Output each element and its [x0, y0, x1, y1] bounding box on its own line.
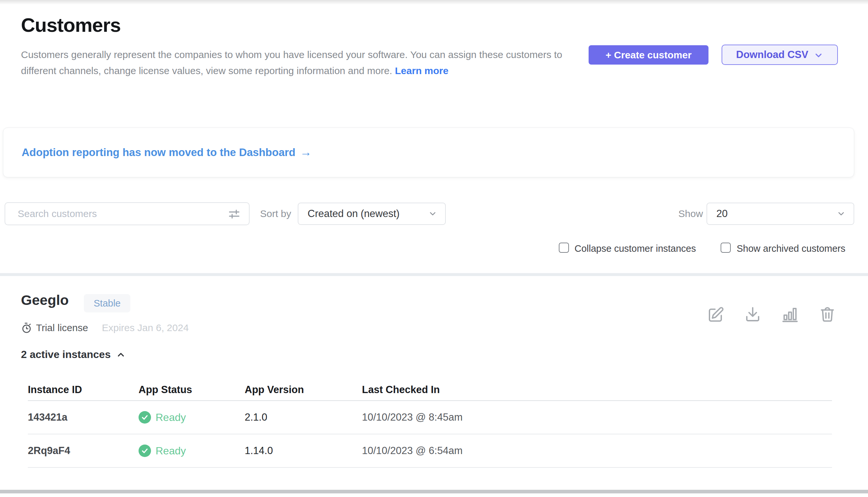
instance-id-cell: 143421a: [28, 411, 138, 423]
sort-select-value: Created on (newest): [308, 208, 400, 219]
last-checked-in-cell: 10/10/2023 @ 6:54am: [362, 445, 832, 457]
stopwatch-icon: [21, 322, 32, 333]
channel-badge: Stable: [84, 294, 130, 312]
table-row: 143421a Ready 2.1.0 10/10/2023 @ 8:45am: [28, 401, 832, 435]
instance-id-cell: 2Rq9aF4: [28, 445, 138, 457]
status-text: Ready: [156, 445, 186, 457]
adoption-banner: Adoption reporting has now moved to the …: [3, 128, 854, 178]
license-type: Trial license: [36, 322, 88, 333]
learn-more-link[interactable]: Learn more: [395, 65, 448, 76]
page-title: Customers: [21, 14, 120, 37]
checkbox-row: Collapse customer instances Show archive…: [0, 243, 868, 254]
show-archived-label: Show archived customers: [737, 243, 845, 254]
license-expires: Expires Jan 6, 2024: [102, 322, 189, 333]
chevron-down-icon: [837, 209, 846, 218]
show-count-select[interactable]: 20: [707, 203, 854, 225]
header-instance-id: Instance ID: [28, 384, 138, 396]
app-status-cell: Ready: [138, 411, 245, 424]
license-row: Trial license Expires Jan 6, 2024: [21, 322, 189, 333]
app-version-cell: 2.1.0: [245, 411, 362, 423]
instances-table: Instance ID App Status App Version Last …: [28, 379, 832, 468]
arrow-right-icon: →: [300, 145, 312, 159]
show-count-value: 20: [716, 208, 727, 219]
chevron-down-icon: [428, 209, 437, 218]
customer-actions: [707, 305, 838, 324]
check-circle-icon: [138, 444, 151, 457]
chevron-down-icon: [814, 51, 823, 60]
last-checked-in-cell: 10/10/2023 @ 8:45am: [362, 411, 832, 423]
customer-name[interactable]: Geeglo: [21, 292, 69, 308]
header-last-checked-in: Last Checked In: [362, 384, 832, 396]
check-circle-icon: [138, 411, 151, 424]
create-customer-button[interactable]: + Create customer: [589, 45, 708, 65]
adoption-banner-text: Adoption reporting has now moved to the …: [21, 146, 295, 159]
search-customers-field: [4, 202, 250, 225]
show-archived-checkbox[interactable]: [721, 243, 731, 253]
edit-icon[interactable]: [707, 305, 724, 324]
collapse-instances-label: Collapse customer instances: [575, 243, 696, 254]
search-input[interactable]: [4, 202, 250, 225]
sort-by-label: Sort by: [260, 208, 291, 219]
show-label: Show: [678, 208, 703, 219]
download-icon[interactable]: [744, 305, 762, 324]
page-description: Customers generally represent the compan…: [21, 46, 571, 79]
table-row: 2Rq9aF4 Ready 1.14.0 10/10/2023 @ 6:54am: [28, 435, 832, 468]
active-instances-label: 2 active instances: [21, 349, 111, 360]
page-description-text: Customers generally represent the compan…: [21, 49, 562, 76]
header-app-version: App Version: [245, 384, 362, 396]
status-text: Ready: [156, 411, 186, 424]
app-version-cell: 1.14.0: [245, 445, 362, 457]
filter-sliders-icon[interactable]: [228, 208, 240, 220]
bar-chart-icon[interactable]: [781, 305, 799, 324]
trash-icon[interactable]: [819, 305, 836, 324]
section-divider: [0, 273, 868, 276]
download-csv-button[interactable]: Download CSV: [722, 45, 838, 65]
download-csv-label: Download CSV: [736, 49, 808, 61]
instances-table-header: Instance ID App Status App Version Last …: [28, 379, 832, 401]
adoption-banner-link[interactable]: Adoption reporting has now moved to the …: [21, 145, 312, 159]
sort-select[interactable]: Created on (newest): [298, 203, 446, 225]
app-status-cell: Ready: [138, 444, 245, 457]
active-instances-toggle[interactable]: 2 active instances: [21, 349, 126, 360]
chevron-up-icon: [116, 350, 126, 360]
header-app-status: App Status: [138, 384, 245, 396]
collapse-instances-checkbox[interactable]: [559, 243, 569, 253]
bottom-divider: [0, 490, 868, 493]
customers-page: Customers Customers generally represent …: [0, 0, 868, 497]
top-scroll-shadow: [0, 0, 868, 4]
